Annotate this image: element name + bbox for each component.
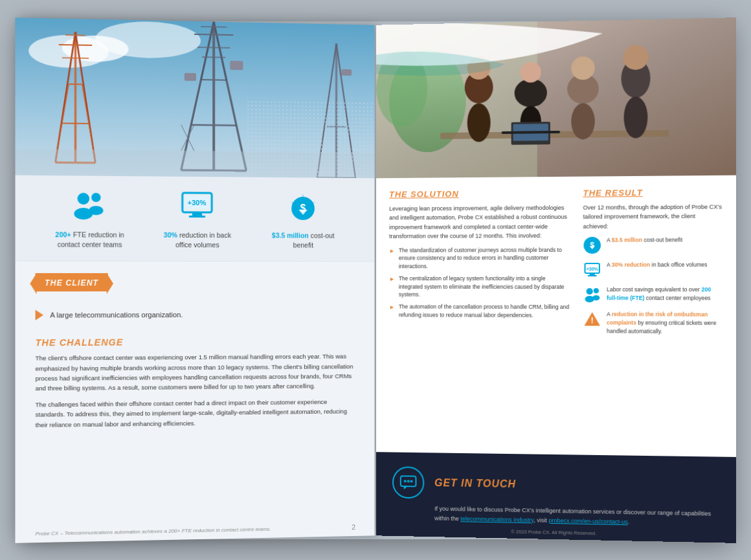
touch-body-after: .: [628, 518, 630, 524]
stat-costout-label: $3.5 million cost-outbenefit: [272, 230, 335, 249]
solution-body: Leveraging lean process improvement, agi…: [389, 203, 570, 241]
svg-line-19: [191, 124, 236, 125]
touch-title: Get in Touch: [434, 477, 516, 490]
stat-fte: 200+ FTE reduction incontact center team…: [43, 188, 137, 249]
svg-text:+30%: +30%: [188, 198, 207, 206]
result-item-2: +30% A 30% reduction in back office volu…: [583, 260, 723, 278]
solution-column: The Solution Leveraging lean process imp…: [389, 188, 570, 341]
solution-title: The Solution: [389, 188, 570, 199]
svg-marker-92: [404, 486, 408, 489]
footer-caption: Probe CX – Telecommunications automation…: [36, 526, 271, 536]
svg-point-89: [404, 480, 407, 482]
touch-body-mid: , visit: [533, 517, 548, 523]
challenge-title: The ChallenGE: [36, 336, 355, 348]
client-description: A large telecommunications organization.: [50, 311, 183, 319]
svg-point-42: [78, 192, 89, 204]
svg-point-91: [410, 480, 413, 482]
challenge-body2: The challenges faced within their offsho…: [36, 396, 355, 429]
monitor-icon: +30%: [179, 189, 215, 225]
bullet-arrow-2: ►: [389, 274, 395, 298]
right-content: The Solution Leveraging lean process imp…: [376, 175, 735, 350]
bullet-item-3: ► The automation of the cancellation pro…: [389, 302, 570, 319]
svg-rect-40: [341, 69, 352, 75]
client-bullet: A large telecommunications organization.: [36, 309, 355, 320]
svg-line-6: [62, 123, 89, 124]
stats-section: 200+ FTE reduction incontact center team…: [15, 175, 374, 262]
svg-text:!: !: [591, 315, 594, 325]
result-item-4: ! A reduction in the risk of ombudsman c…: [583, 310, 723, 335]
bullet-text-1: The standardization of customer journeys…: [399, 245, 570, 271]
result-monitor-icon: +30%: [583, 261, 601, 279]
svg-point-85: [592, 295, 600, 300]
touch-header: Get in Touch: [392, 466, 719, 504]
page-left: {/* dots pattern */}: [15, 17, 374, 543]
bullet-arrow-3: ►: [389, 303, 395, 319]
stat-backoffice-label: 30% reduction in backoffice volumes: [164, 230, 231, 249]
result-intro: Over 12 months, through the adoption of …: [583, 202, 723, 231]
result-warning-icon: !: [583, 310, 601, 328]
svg-point-44: [91, 192, 100, 201]
svg-point-45: [89, 206, 104, 215]
chevron-icon: [36, 309, 43, 320]
svg-rect-49: [192, 212, 202, 215]
bullet-item-2: ► The centralization of legacy system fu…: [389, 274, 570, 298]
footer-left: Probe CX – Telecommunications automation…: [36, 523, 355, 537]
svg-point-90: [407, 480, 410, 482]
result-item-1: $ A $3.5 million cost-out benefit: [583, 236, 723, 254]
chat-icon: [399, 473, 418, 492]
svg-rect-33: [230, 60, 243, 69]
solution-bullets: ► The standardization of customer journe…: [389, 245, 570, 319]
stat-fte-label: 200+ FTE reduction incontact center team…: [55, 230, 124, 249]
chat-icon-box: [392, 466, 424, 498]
result-column: The Result Over 12 months, through the a…: [583, 187, 723, 342]
result-savings-icon: $: [583, 236, 601, 254]
document: {/* dots pattern */}: [19, 21, 732, 539]
bullet-text-3: The automation of the cancellation proce…: [399, 302, 570, 319]
footer-copyright: © 2023 Probe CX. All Rights Reserved.: [511, 528, 596, 536]
people-icon: [71, 188, 107, 225]
challenge-section: The ChallenGE The client's offshore cont…: [15, 331, 374, 444]
result-text-4: A reduction in the risk of ombudsman com…: [607, 310, 723, 335]
client-section: The Client A large telecommunications or…: [15, 261, 374, 332]
result-item-3: Labor cost savings equivalent to over 20…: [583, 286, 723, 304]
result-people-icon: [583, 286, 601, 304]
svg-text:+30%: +30%: [587, 267, 599, 271]
svg-line-20: [201, 80, 227, 80]
result-text-2: A 30% reduction in back office volumes: [607, 260, 707, 269]
footer-right: © 2023 Probe CX. All Rights Reserved.: [376, 526, 735, 539]
halftone-overlay: [246, 100, 374, 178]
get-in-touch-section: Get in Touch If you would like to discus…: [376, 452, 735, 543]
touch-link1[interactable]: telecommunications industry: [460, 515, 533, 522]
page-number: 2: [352, 523, 355, 531]
page-right: The Solution Leveraging lean process imp…: [376, 17, 735, 543]
bullet-item-1: ► The standardization of customer journe…: [389, 245, 570, 271]
touch-link2[interactable]: probecx.com/en-us/contact-us: [548, 517, 627, 524]
challenge-body1: The client's offshore contact center was…: [36, 351, 355, 392]
savings-icon: $: [286, 190, 321, 225]
svg-point-82: [587, 288, 593, 295]
touch-body: If you would like to discuss Probe CX's …: [434, 504, 719, 528]
svg-rect-34: [185, 73, 196, 80]
stat-backoffice: +30% 30% reduction in backoffice volumes: [151, 189, 243, 249]
bullet-text-2: The centralization of legacy system func…: [399, 274, 570, 298]
hero-image-left: {/* dots pattern */}: [15, 17, 374, 178]
svg-point-84: [594, 288, 599, 293]
hero-image-right: [376, 17, 735, 178]
result-title: The Result: [583, 187, 723, 198]
stat-costout: $ $3.5 million cost-outbenefit: [258, 190, 348, 249]
result-text-1: A $3.5 million cost-out benefit: [607, 236, 682, 244]
bullet-arrow-1: ►: [389, 247, 395, 271]
client-tag: The Client: [36, 273, 108, 291]
result-text-3: Labor cost savings equivalent to over 20…: [607, 286, 723, 302]
